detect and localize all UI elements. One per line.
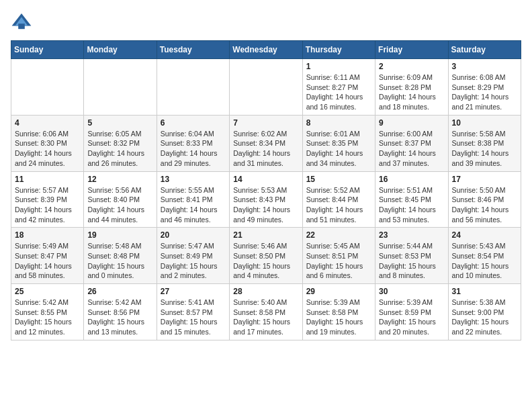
weekday-header-monday: Monday (84, 41, 157, 59)
day-number: 22 (306, 230, 371, 240)
calendar-cell (230, 59, 302, 116)
day-info: Sunrise: 6:05 AM Sunset: 8:32 PM Dayligh… (87, 129, 152, 169)
day-number: 23 (379, 230, 444, 240)
day-number: 27 (161, 287, 226, 296)
day-number: 16 (379, 175, 444, 184)
day-number: 4 (15, 118, 80, 128)
calendar-cell: 14Sunrise: 5:53 AM Sunset: 8:43 PM Dayli… (230, 171, 302, 228)
day-info: Sunrise: 6:04 AM Sunset: 8:33 PM Dayligh… (161, 129, 226, 169)
day-number: 5 (87, 118, 152, 128)
calendar-cell: 17Sunrise: 5:50 AM Sunset: 8:46 PM Dayli… (448, 171, 521, 228)
day-number: 25 (15, 287, 80, 296)
day-info: Sunrise: 6:11 AM Sunset: 8:27 PM Dayligh… (306, 73, 371, 112)
day-info: Sunrise: 5:40 AM Sunset: 8:58 PM Dayligh… (233, 298, 298, 337)
calendar-table: SundayMondayTuesdayWednesdayThursdayFrid… (11, 40, 521, 340)
day-info: Sunrise: 6:02 AM Sunset: 8:34 PM Dayligh… (233, 129, 298, 169)
calendar-cell: 1Sunrise: 6:11 AM Sunset: 8:27 PM Daylig… (302, 59, 375, 116)
calendar-cell (84, 59, 157, 116)
weekday-header-thursday: Thursday (302, 41, 375, 59)
day-info: Sunrise: 5:42 AM Sunset: 8:55 PM Dayligh… (15, 298, 80, 337)
day-number: 21 (233, 230, 298, 240)
day-info: Sunrise: 5:50 AM Sunset: 8:46 PM Dayligh… (452, 185, 517, 225)
day-info: Sunrise: 5:57 AM Sunset: 8:39 PM Dayligh… (15, 185, 80, 225)
calendar-cell: 31Sunrise: 5:38 AM Sunset: 9:00 PM Dayli… (448, 284, 521, 340)
calendar-cell: 21Sunrise: 5:46 AM Sunset: 8:50 PM Dayli… (230, 228, 302, 284)
day-info: Sunrise: 5:48 AM Sunset: 8:48 PM Dayligh… (87, 241, 152, 281)
calendar-cell: 27Sunrise: 5:41 AM Sunset: 8:57 PM Dayli… (157, 284, 229, 340)
day-number: 18 (15, 230, 80, 240)
day-number: 13 (161, 175, 226, 184)
page-header (11, 11, 521, 32)
day-number: 20 (161, 230, 226, 240)
calendar-cell: 9Sunrise: 6:00 AM Sunset: 8:37 PM Daylig… (375, 115, 448, 171)
calendar-cell: 3Sunrise: 6:08 AM Sunset: 8:29 PM Daylig… (448, 59, 521, 116)
day-info: Sunrise: 5:38 AM Sunset: 9:00 PM Dayligh… (452, 298, 517, 337)
calendar-cell: 26Sunrise: 5:42 AM Sunset: 8:56 PM Dayli… (84, 284, 157, 340)
weekday-header-tuesday: Tuesday (157, 41, 229, 59)
day-number: 6 (161, 118, 226, 128)
weekday-header-friday: Friday (375, 41, 448, 59)
day-number: 8 (306, 118, 371, 128)
day-info: Sunrise: 5:45 AM Sunset: 8:51 PM Dayligh… (306, 241, 371, 281)
logo-icon (11, 11, 32, 32)
day-info: Sunrise: 5:46 AM Sunset: 8:50 PM Dayligh… (233, 241, 298, 281)
calendar-cell: 13Sunrise: 5:55 AM Sunset: 8:41 PM Dayli… (157, 171, 229, 228)
day-number: 11 (15, 175, 80, 184)
day-number: 12 (87, 175, 152, 184)
day-info: Sunrise: 5:58 AM Sunset: 8:38 PM Dayligh… (452, 129, 517, 169)
day-info: Sunrise: 6:06 AM Sunset: 8:30 PM Dayligh… (15, 129, 80, 169)
weekday-header-wednesday: Wednesday (230, 41, 302, 59)
calendar-cell: 28Sunrise: 5:40 AM Sunset: 8:58 PM Dayli… (230, 284, 302, 340)
day-number: 1 (306, 62, 371, 71)
day-info: Sunrise: 5:39 AM Sunset: 8:59 PM Dayligh… (379, 298, 444, 337)
calendar-cell: 16Sunrise: 5:51 AM Sunset: 8:45 PM Dayli… (375, 171, 448, 228)
calendar-cell: 15Sunrise: 5:52 AM Sunset: 8:44 PM Dayli… (302, 171, 375, 228)
day-info: Sunrise: 5:51 AM Sunset: 8:45 PM Dayligh… (379, 185, 444, 225)
day-info: Sunrise: 5:56 AM Sunset: 8:40 PM Dayligh… (87, 185, 152, 225)
day-info: Sunrise: 5:43 AM Sunset: 8:54 PM Dayligh… (452, 241, 517, 281)
calendar-cell: 30Sunrise: 5:39 AM Sunset: 8:59 PM Dayli… (375, 284, 448, 340)
calendar-cell: 11Sunrise: 5:57 AM Sunset: 8:39 PM Dayli… (11, 171, 84, 228)
weekday-header-saturday: Saturday (448, 41, 521, 59)
day-number: 24 (452, 230, 517, 240)
calendar-cell: 19Sunrise: 5:48 AM Sunset: 8:48 PM Dayli… (84, 228, 157, 284)
day-info: Sunrise: 5:49 AM Sunset: 8:47 PM Dayligh… (15, 241, 80, 281)
week-row-2: 4Sunrise: 6:06 AM Sunset: 8:30 PM Daylig… (11, 115, 521, 171)
day-info: Sunrise: 6:08 AM Sunset: 8:29 PM Dayligh… (452, 73, 517, 112)
day-number: 29 (306, 287, 371, 296)
day-info: Sunrise: 6:00 AM Sunset: 8:37 PM Dayligh… (379, 129, 444, 169)
day-info: Sunrise: 5:42 AM Sunset: 8:56 PM Dayligh… (87, 298, 152, 337)
week-row-4: 18Sunrise: 5:49 AM Sunset: 8:47 PM Dayli… (11, 228, 521, 284)
day-number: 14 (233, 175, 298, 184)
calendar-cell: 5Sunrise: 6:05 AM Sunset: 8:32 PM Daylig… (84, 115, 157, 171)
svg-rect-2 (18, 24, 25, 29)
day-info: Sunrise: 5:52 AM Sunset: 8:44 PM Dayligh… (306, 185, 371, 225)
day-info: Sunrise: 5:39 AM Sunset: 8:58 PM Dayligh… (306, 298, 371, 337)
day-number: 28 (233, 287, 298, 296)
day-number: 31 (452, 287, 517, 296)
day-number: 2 (379, 62, 444, 71)
calendar-cell (11, 59, 84, 116)
week-row-5: 25Sunrise: 5:42 AM Sunset: 8:55 PM Dayli… (11, 284, 521, 340)
calendar-cell: 4Sunrise: 6:06 AM Sunset: 8:30 PM Daylig… (11, 115, 84, 171)
week-row-1: 1Sunrise: 6:11 AM Sunset: 8:27 PM Daylig… (11, 59, 521, 116)
day-number: 3 (452, 62, 517, 71)
day-number: 10 (452, 118, 517, 128)
calendar-cell: 6Sunrise: 6:04 AM Sunset: 8:33 PM Daylig… (157, 115, 229, 171)
calendar-cell: 20Sunrise: 5:47 AM Sunset: 8:49 PM Dayli… (157, 228, 229, 284)
calendar-cell (157, 59, 229, 116)
day-info: Sunrise: 5:55 AM Sunset: 8:41 PM Dayligh… (161, 185, 226, 225)
day-number: 19 (87, 230, 152, 240)
day-number: 15 (306, 175, 371, 184)
day-number: 17 (452, 175, 517, 184)
calendar-cell: 7Sunrise: 6:02 AM Sunset: 8:34 PM Daylig… (230, 115, 302, 171)
calendar-cell: 24Sunrise: 5:43 AM Sunset: 8:54 PM Dayli… (448, 228, 521, 284)
week-row-3: 11Sunrise: 5:57 AM Sunset: 8:39 PM Dayli… (11, 171, 521, 228)
calendar-cell: 25Sunrise: 5:42 AM Sunset: 8:55 PM Dayli… (11, 284, 84, 340)
day-info: Sunrise: 6:01 AM Sunset: 8:35 PM Dayligh… (306, 129, 371, 169)
calendar-cell: 29Sunrise: 5:39 AM Sunset: 8:58 PM Dayli… (302, 284, 375, 340)
calendar-cell: 22Sunrise: 5:45 AM Sunset: 8:51 PM Dayli… (302, 228, 375, 284)
calendar-cell: 18Sunrise: 5:49 AM Sunset: 8:47 PM Dayli… (11, 228, 84, 284)
day-number: 26 (87, 287, 152, 296)
day-number: 9 (379, 118, 444, 128)
